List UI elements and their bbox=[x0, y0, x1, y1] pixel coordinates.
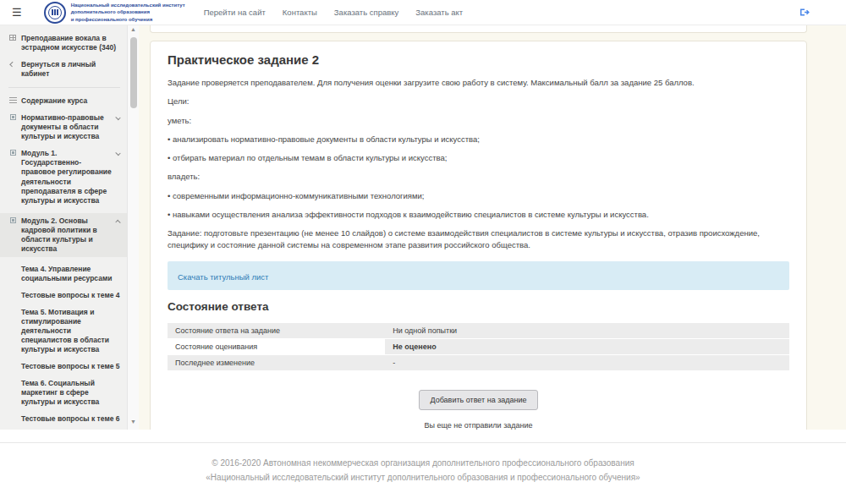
sidebar-item-test6[interactable]: Тестовые вопросы к теме 6 bbox=[21, 414, 120, 424]
brand-name: Национальный исследовательский институт … bbox=[71, 2, 185, 22]
sidebar-section-module1[interactable]: Модуль 1. Государственно-правовое регули… bbox=[8, 149, 120, 205]
content-wrapper: Преподавание вокала в эстрадном искусств… bbox=[0, 25, 846, 430]
table-row: Последнее изменение - bbox=[168, 354, 789, 370]
nav-order-act[interactable]: Заказать акт bbox=[415, 8, 463, 17]
nav-contacts[interactable]: Контакты bbox=[283, 8, 317, 17]
bullet-item: • анализировать нормативно-правовые доку… bbox=[168, 134, 789, 145]
top-navigation: Перейти на сайт Контакты Заказать справк… bbox=[204, 8, 464, 17]
scrollbar-thumb[interactable] bbox=[130, 37, 137, 108]
course-grid-icon bbox=[8, 34, 17, 52]
status-row-value: Ни одной попытки bbox=[385, 323, 789, 339]
brand[interactable]: Национальный исследовательский институт … bbox=[44, 2, 185, 24]
nav-order-certificate[interactable]: Заказать справку bbox=[334, 8, 398, 17]
module-icon bbox=[8, 149, 17, 205]
sidebar-section-module2[interactable]: Модуль 2. Основы кадровой политики в обл… bbox=[0, 213, 127, 257]
assignment-card: Практическое задание 2 Задание проверяет… bbox=[150, 41, 807, 430]
submission-status-table: Состояние ответа на задание Ни одной поп… bbox=[168, 323, 789, 371]
status-row-label: Последнее изменение bbox=[168, 354, 385, 370]
task-description: Задание: подготовьте презентацию (не мен… bbox=[168, 227, 789, 250]
sidebar-item-test5[interactable]: Тестовые вопросы к теме 5 bbox=[21, 362, 120, 371]
chevron-up-icon bbox=[115, 219, 120, 224]
status-row-label: Состояние ответа на задание bbox=[168, 323, 385, 339]
page-footer: © 2016-2020 Автономная некоммерческая ор… bbox=[0, 442, 846, 493]
no-submission-note: Вы еще не отправили задание bbox=[168, 421, 789, 430]
sidebar-item-tema5[interactable]: Тема 5. Мотивация и стимулирование деяте… bbox=[21, 308, 120, 354]
chevron-down-icon bbox=[115, 115, 120, 120]
status-row-value: Не оценено bbox=[385, 338, 789, 354]
main-region: Практическое задание 2 Задание проверяет… bbox=[139, 25, 846, 430]
sidebar-section-normative-docs[interactable]: Нормативно-правовые документы в области … bbox=[8, 113, 120, 141]
scrolled-card-remnant bbox=[150, 25, 807, 33]
bullet-item: • современными информационно-коммуникати… bbox=[168, 190, 789, 201]
chevron-left-icon bbox=[8, 60, 17, 79]
sidebar-item-test4[interactable]: Тестовые вопросы к теме 4 bbox=[21, 291, 120, 300]
scroll-down-icon[interactable]: ▼ bbox=[130, 418, 136, 428]
footer-institute-line: «Национальный исследовательский институт… bbox=[0, 471, 846, 485]
submission-status-title: Состояние ответа bbox=[168, 300, 789, 313]
status-row-value: - bbox=[385, 354, 789, 370]
master-label: владеть: bbox=[168, 171, 789, 182]
download-title-page-link[interactable]: Скачать титульный лист bbox=[178, 272, 268, 282]
add-submission-button[interactable]: Добавить ответ на задание bbox=[419, 390, 537, 410]
chevron-down-icon bbox=[115, 151, 120, 156]
status-row-label: Состояние оценивания bbox=[168, 338, 385, 354]
module-icon bbox=[8, 113, 17, 141]
logout-icon[interactable] bbox=[799, 7, 810, 18]
list-icon bbox=[8, 96, 17, 106]
sidebar-course-contents[interactable]: Содержание курса bbox=[8, 96, 120, 106]
skills-label: уметь: bbox=[168, 115, 789, 126]
page-title: Практическое задание 2 bbox=[168, 52, 789, 67]
institute-logo-icon bbox=[44, 2, 66, 24]
footer-copyright-line: © 2016-2020 Автономная некоммерческая ор… bbox=[0, 457, 846, 471]
nav-go-to-site[interactable]: Перейти на сайт bbox=[204, 8, 266, 17]
top-header: ☰ Национальный исследовательский институ… bbox=[0, 0, 846, 25]
sidebar-scrollbar[interactable]: ▲ ▼ bbox=[127, 25, 139, 430]
goals-label: Цели: bbox=[168, 96, 789, 107]
scroll-up-icon[interactable]: ▲ bbox=[130, 25, 136, 36]
table-row: Состояние ответа на задание Ни одной поп… bbox=[168, 323, 789, 339]
table-row: Состояние оценивания Не оценено bbox=[168, 338, 789, 354]
bullet-item: • навыками осуществления анализа эффекти… bbox=[168, 209, 789, 220]
bullet-item: • отбирать материал по отдельным темам в… bbox=[168, 152, 789, 163]
sidebar-course-title[interactable]: Преподавание вокала в эстрадном искусств… bbox=[8, 34, 120, 52]
sidebar-divider bbox=[8, 87, 120, 88]
download-info-box: Скачать титульный лист bbox=[168, 261, 789, 290]
module-icon bbox=[8, 216, 17, 254]
sidebar-item-tema4[interactable]: Тема 4. Управление социальными ресурсами bbox=[21, 265, 120, 283]
sidebar-item-tema6[interactable]: Тема 6. Социальный маркетинг в сфере кул… bbox=[21, 379, 120, 407]
hamburger-menu-icon[interactable]: ☰ bbox=[12, 7, 22, 18]
assignment-description: Задание проверяется преподавателем. Для … bbox=[168, 77, 789, 88]
course-sidebar: Преподавание вокала в эстрадном искусств… bbox=[0, 25, 127, 430]
sidebar-back-to-dashboard[interactable]: Вернуться в личный кабинет bbox=[8, 60, 120, 79]
